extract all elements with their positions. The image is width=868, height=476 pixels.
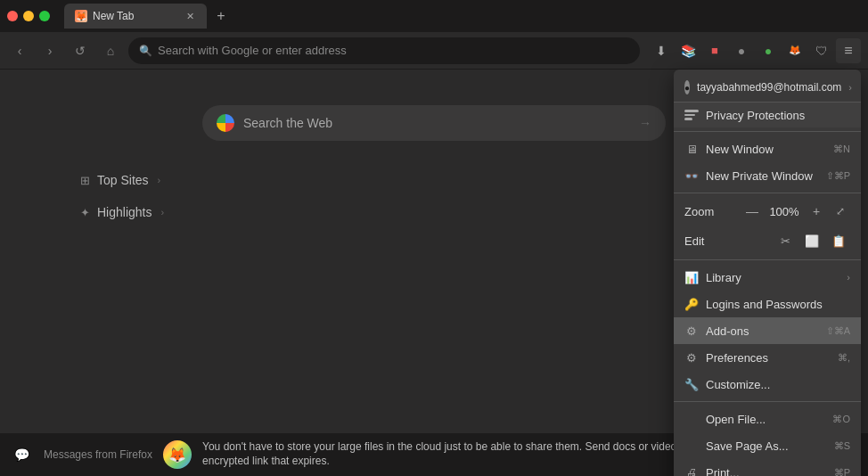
top-sites-icon: ⊞: [80, 174, 90, 187]
print-shortcut: ⌘P: [834, 467, 850, 477]
reload-button[interactable]: ↺: [68, 38, 93, 63]
address-bar[interactable]: 🔍 Search with Google or enter address: [128, 37, 640, 64]
open-file-label: Open File...: [706, 413, 825, 426]
save-page-item[interactable]: Save Page As... ⌘S: [674, 432, 861, 459]
menu-divider-3: [674, 259, 861, 260]
tab-close-button[interactable]: ✕: [184, 10, 196, 22]
zoom-label: Zoom: [684, 205, 738, 218]
messages-from-label: Messages from Firefox: [44, 448, 152, 461]
zoom-minus-button[interactable]: —: [741, 201, 763, 222]
paste-button[interactable]: 📋: [827, 229, 850, 252]
new-window-item[interactable]: 🖥 New Window ⌘N: [674, 135, 861, 162]
highlights-chevron: ›: [160, 207, 164, 217]
google-logo: [217, 114, 234, 132]
minimize-button[interactable]: [23, 11, 34, 21]
open-file-icon: [684, 412, 699, 426]
tab-bar: 🦊 New Tab ✕ +: [64, 4, 861, 29]
new-window-label: New Window: [706, 143, 826, 156]
reload-icon: ↺: [75, 44, 86, 58]
logins-item[interactable]: 🔑 Logins and Passwords: [674, 291, 861, 317]
account-avatar: ●: [684, 80, 690, 94]
shield-icon[interactable]: 🛡: [809, 38, 834, 63]
new-window-icon: 🖥: [684, 142, 699, 156]
cut-button[interactable]: ✂: [774, 229, 797, 252]
customize-label: Customize...: [706, 378, 850, 391]
address-search-icon: 🔍: [139, 45, 152, 57]
google-search-bar[interactable]: Search the Web →: [202, 105, 666, 141]
new-tab-button[interactable]: +: [210, 5, 232, 27]
zoom-row: Zoom — 100% + ⤢: [674, 197, 861, 226]
close-button[interactable]: [7, 11, 18, 21]
menu-divider-2: [674, 193, 861, 193]
download-icon[interactable]: ⬇: [649, 38, 674, 63]
highlights-label: Highlights: [97, 205, 151, 219]
customize-icon: 🔧: [684, 377, 699, 391]
container-icon[interactable]: 🦊: [782, 38, 807, 63]
menu-divider-4: [674, 401, 861, 402]
dropdown-menu: ● tayyabahmed99@hotmail.com › Privacy Pr…: [674, 70, 861, 476]
back-icon: ‹: [18, 44, 22, 58]
top-sites-section[interactable]: ⊞ Top Sites ›: [71, 168, 169, 193]
logins-icon: 🔑: [684, 297, 699, 311]
open-file-shortcut: ⌘O: [832, 414, 850, 425]
addons-label: Add-ons: [706, 324, 819, 338]
new-private-icon: 👓: [684, 168, 699, 183]
print-item[interactable]: 🖨 Print... ⌘P: [674, 459, 861, 476]
new-private-shortcut: ⇧⌘P: [826, 170, 850, 182]
top-sites-chevron: ›: [158, 175, 161, 185]
traffic-lights: [7, 11, 50, 21]
pocket-icon[interactable]: ■: [702, 38, 727, 63]
library-icon[interactable]: 📚: [676, 38, 700, 63]
sync-icon[interactable]: ●: [756, 38, 781, 63]
print-label: Print...: [706, 466, 827, 477]
new-window-shortcut: ⌘N: [833, 144, 850, 155]
edit-label: Edit: [684, 234, 770, 248]
account-arrow: ›: [848, 82, 852, 93]
edit-row: Edit ✂ ⬜ 📋: [674, 226, 861, 256]
preferences-item[interactable]: ⚙ Preferences ⌘,: [674, 344, 861, 371]
tab-favicon: 🦊: [75, 10, 87, 22]
library-menu-icon: 📊: [684, 270, 699, 284]
maximize-button[interactable]: [39, 11, 50, 21]
edit-icons: ✂ ⬜ 📋: [774, 229, 850, 252]
toolbar-icons: ⬇ 📚 ■ ● ● 🦊 🛡 ≡: [649, 38, 861, 63]
back-button[interactable]: ‹: [7, 38, 32, 63]
menu-button[interactable]: ≡: [836, 38, 861, 63]
home-button[interactable]: ⌂: [98, 38, 123, 63]
menu-divider-1: [674, 131, 861, 132]
print-icon: 🖨: [684, 465, 699, 476]
active-tab[interactable]: 🦊 New Tab ✕: [64, 4, 207, 29]
zoom-expand-button[interactable]: ⤢: [831, 201, 850, 221]
save-page-shortcut: ⌘S: [834, 440, 850, 452]
new-private-window-item[interactable]: 👓 New Private Window ⇧⌘P: [674, 162, 861, 189]
tab-title: New Tab: [93, 10, 134, 22]
home-icon: ⌂: [107, 44, 114, 58]
forward-icon: ›: [48, 44, 53, 58]
google-search-placeholder: Search the Web: [243, 116, 332, 130]
library-arrow: ›: [847, 272, 850, 283]
open-file-item[interactable]: Open File... ⌘O: [674, 406, 861, 432]
highlights-section[interactable]: ✦ Highlights ›: [71, 200, 173, 225]
account-menu-item[interactable]: ● tayyabahmed99@hotmail.com ›: [674, 73, 861, 103]
google-search-arrow: →: [639, 116, 651, 130]
nav-bar: ‹ › ↺ ⌂ 🔍 Search with Google or enter ad…: [0, 32, 868, 70]
save-page-label: Save Page As...: [706, 439, 827, 453]
privacy-protections-item[interactable]: Privacy Protections: [674, 103, 861, 127]
account-circle-icon[interactable]: ●: [729, 38, 754, 63]
notification-logo: 🦊: [163, 440, 192, 469]
zoom-plus-button[interactable]: +: [806, 201, 827, 222]
addons-icon: ⚙: [684, 324, 699, 338]
new-private-label: New Private Window: [706, 169, 819, 183]
library-item[interactable]: 📊 Library ›: [674, 264, 861, 291]
highlights-icon: ✦: [80, 206, 90, 219]
copy-button[interactable]: ⬜: [800, 229, 823, 252]
logins-label: Logins and Passwords: [706, 298, 850, 311]
customize-item[interactable]: 🔧 Customize...: [674, 371, 861, 398]
library-label: Library: [706, 271, 839, 284]
addons-item[interactable]: ⚙ Add-ons ⇧⌘A: [674, 317, 861, 344]
preferences-icon: ⚙: [684, 350, 699, 365]
forward-button[interactable]: ›: [37, 38, 62, 63]
save-page-icon: [684, 439, 699, 453]
messages-icon: 💬: [14, 447, 29, 462]
privacy-protections-label: Privacy Protections: [706, 109, 850, 122]
